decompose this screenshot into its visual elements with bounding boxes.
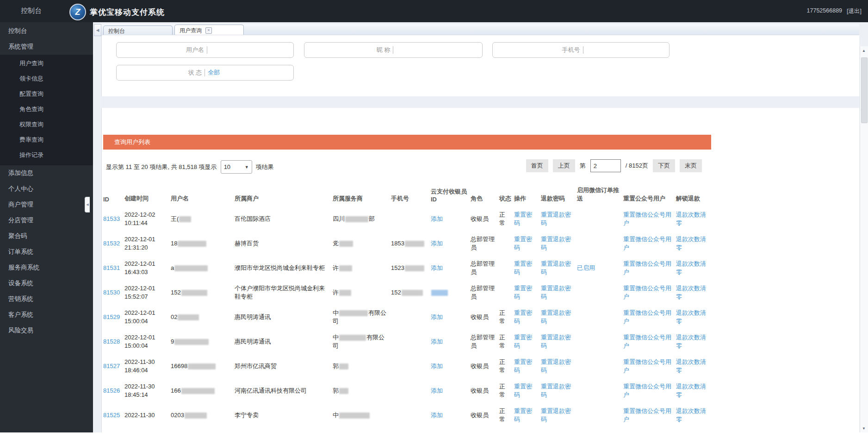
sidebar-item-8[interactable]: 营销系统 bbox=[0, 291, 93, 307]
tab-close-icon[interactable]: × bbox=[205, 27, 212, 34]
clear-refund-count-link[interactable]: 退款次数清零 bbox=[676, 260, 706, 275]
cell-merchant: 个体户濮阳市华龙区悦尚城金利来鞋专柜 bbox=[235, 282, 333, 303]
search-field-1[interactable]: 昵 称 bbox=[304, 42, 483, 58]
reset-wechat-user-link[interactable]: 重置微信公众号用户 bbox=[623, 383, 671, 398]
user-id-link[interactable]: 81531 bbox=[103, 264, 120, 271]
sidebar-subitem-2[interactable]: 配置查询 bbox=[0, 86, 93, 101]
reset-refund-password-link[interactable]: 重置退款密码 bbox=[541, 383, 571, 398]
add-cashier-id-link[interactable]: 添加 bbox=[431, 264, 443, 271]
clear-refund-count-link[interactable]: 退款次数清零 bbox=[676, 358, 706, 374]
reset-wechat-user-link[interactable]: 重置微信公众号用户 bbox=[623, 211, 671, 226]
page-size-select[interactable]: 10 ▼ bbox=[221, 160, 252, 174]
cell-cloud-cashier-id: 添加 bbox=[431, 262, 471, 274]
user-id-link[interactable]: 81525 bbox=[103, 412, 120, 419]
first-page-button[interactable]: 首页 bbox=[526, 159, 548, 172]
prev-page-button[interactable]: 上页 bbox=[553, 159, 575, 172]
add-cashier-id-link[interactable]: 添加 bbox=[431, 240, 443, 247]
user-id-link[interactable]: 81529 bbox=[103, 313, 120, 320]
reset-wechat-user-link[interactable]: 重置微信公众号用户 bbox=[623, 285, 671, 300]
reset-wechat-user-link[interactable]: 重置微信公众号用户 bbox=[623, 358, 671, 374]
reset-password-link[interactable]: 重置密码 bbox=[514, 383, 532, 398]
reset-refund-password-link[interactable]: 重置退款密码 bbox=[541, 309, 571, 325]
sidebar-item-7[interactable]: 设备系统 bbox=[0, 275, 93, 291]
sidebar-subitem-3[interactable]: 角色查询 bbox=[0, 101, 93, 117]
reset-wechat-user-link[interactable]: 重置微信公众号用户 bbox=[623, 309, 671, 325]
reset-password-link[interactable]: 重置密码 bbox=[514, 334, 532, 349]
sidebar-subitem-4[interactable]: 权限查询 bbox=[0, 117, 93, 132]
clear-refund-count-link[interactable]: 退款次数清零 bbox=[676, 407, 706, 423]
reset-wechat-user-link[interactable]: 重置微信公众号用户 bbox=[623, 407, 671, 423]
cell-phone bbox=[391, 364, 431, 368]
vertical-scrollbar[interactable]: ▲ ▼ bbox=[860, 46, 868, 433]
sidebar-item-10[interactable]: 风险交易 bbox=[0, 323, 93, 338]
user-id-link[interactable]: 81530 bbox=[103, 289, 120, 296]
user-id-link[interactable]: 81528 bbox=[103, 338, 120, 345]
status-field-value[interactable]: 全部 bbox=[208, 69, 222, 77]
sidebar-item-2[interactable]: 商户管理 bbox=[0, 197, 93, 213]
search-field-0[interactable]: 用户名 bbox=[116, 42, 294, 58]
reset-password-link[interactable]: 重置密码 bbox=[514, 211, 532, 226]
sidebar-item-3[interactable]: 分店管理 bbox=[0, 213, 93, 228]
sidebar-item-9[interactable]: 客户系统 bbox=[0, 307, 93, 323]
clear-refund-count-link[interactable]: 退款次数清零 bbox=[676, 334, 706, 349]
user-id-link[interactable]: 81533 bbox=[103, 215, 120, 222]
result-summary-suffix: 项结果 bbox=[256, 163, 274, 171]
redacted-text bbox=[339, 265, 352, 271]
reset-password-link[interactable]: 重置密码 bbox=[514, 285, 532, 300]
created-date: 2022-11-30 bbox=[124, 382, 167, 391]
sidebar-item-6[interactable]: 服务商系统 bbox=[0, 260, 93, 275]
clear-refund-count-link[interactable]: 退款次数清零 bbox=[676, 285, 706, 300]
status-field[interactable]: 状 态 全部 bbox=[116, 65, 294, 81]
user-id-link[interactable]: 81527 bbox=[103, 363, 120, 369]
logout-link[interactable]: [退出] bbox=[847, 7, 862, 15]
reset-refund-password-link[interactable]: 重置退款密码 bbox=[541, 334, 571, 349]
clear-refund-count-link[interactable]: 退款次数清零 bbox=[676, 236, 706, 251]
reset-password-link[interactable]: 重置密码 bbox=[514, 358, 532, 374]
clear-refund-count-link[interactable]: 退款次数清零 bbox=[676, 383, 706, 398]
sidebar-subitem-0[interactable]: 用户查询 bbox=[0, 56, 93, 71]
sidebar-subitem-1[interactable]: 领卡信息 bbox=[0, 71, 93, 86]
reset-refund-password-link[interactable]: 重置退款密码 bbox=[541, 211, 571, 226]
sidebar-item-5[interactable]: 订单系统 bbox=[0, 244, 93, 260]
clear-refund-count-link[interactable]: 退款次数清零 bbox=[676, 309, 706, 325]
user-id-link[interactable]: 81532 bbox=[103, 240, 120, 247]
add-cashier-id-link[interactable]: 添加 bbox=[431, 387, 443, 394]
page-number-input[interactable]: 2 bbox=[590, 159, 621, 172]
reset-password-link[interactable]: 重置密码 bbox=[514, 407, 532, 423]
sidebar-subitem-6[interactable]: 操作记录 bbox=[0, 147, 93, 163]
sidebar-collapse-handle[interactable]: ◀ bbox=[85, 197, 90, 213]
reset-refund-password-link[interactable]: 重置退款密码 bbox=[541, 236, 571, 251]
scrollbar-thumb[interactable] bbox=[861, 57, 868, 123]
sidebar-item-0[interactable]: 添加信息 bbox=[0, 165, 93, 181]
reset-refund-password-link[interactable]: 重置退款密码 bbox=[541, 407, 571, 423]
reset-password-link[interactable]: 重置密码 bbox=[514, 309, 532, 325]
reset-refund-password-link[interactable]: 重置退款密码 bbox=[541, 285, 571, 300]
field-cursor-bar bbox=[205, 69, 205, 76]
reset-refund-password-link[interactable]: 重置退款密码 bbox=[541, 358, 571, 374]
add-cashier-id-link[interactable]: 添加 bbox=[431, 215, 443, 222]
add-cashier-id-link[interactable]: 添加 bbox=[431, 313, 443, 320]
sidebar-item-1[interactable]: 个人中心 bbox=[0, 181, 93, 197]
add-cashier-id-link[interactable]: 添加 bbox=[431, 338, 443, 345]
reset-wechat-user-link[interactable]: 重置微信公众号用户 bbox=[623, 236, 671, 251]
clear-refund-count-link[interactable]: 退款次数清零 bbox=[676, 211, 706, 226]
reset-wechat-user-link[interactable]: 重置微信公众号用户 bbox=[623, 260, 671, 275]
scroll-down-icon[interactable]: ▼ bbox=[860, 425, 868, 432]
sidebar-subitem-5[interactable]: 费率查询 bbox=[0, 132, 93, 147]
pagination: 首页 上页 第 2 / 8152页 下页 末页 bbox=[526, 159, 702, 172]
reset-wechat-user-link[interactable]: 重置微信公众号用户 bbox=[623, 334, 671, 349]
add-cashier-id-link[interactable]: 添加 bbox=[431, 363, 443, 369]
scroll-up-icon[interactable]: ▲ bbox=[860, 47, 868, 54]
last-page-button[interactable]: 末页 bbox=[680, 159, 702, 172]
next-page-button[interactable]: 下页 bbox=[653, 159, 675, 172]
user-id-link[interactable]: 81526 bbox=[103, 387, 120, 394]
search-field-2[interactable]: 手机号 bbox=[492, 42, 670, 58]
tab-scroll-left-icon[interactable]: ◀ bbox=[94, 24, 101, 36]
reset-password-link[interactable]: 重置密码 bbox=[514, 260, 532, 275]
add-cashier-id-link[interactable]: 添加 bbox=[431, 412, 443, 419]
reset-password-link[interactable]: 重置密码 bbox=[514, 236, 532, 251]
sidebar-item-console[interactable]: 控制台 bbox=[0, 23, 93, 39]
sidebar-item-4[interactable]: 聚合码 bbox=[0, 228, 93, 244]
sidebar-item-system-mgmt[interactable]: 系统管理 bbox=[0, 39, 93, 55]
reset-refund-password-link[interactable]: 重置退款密码 bbox=[541, 260, 571, 275]
